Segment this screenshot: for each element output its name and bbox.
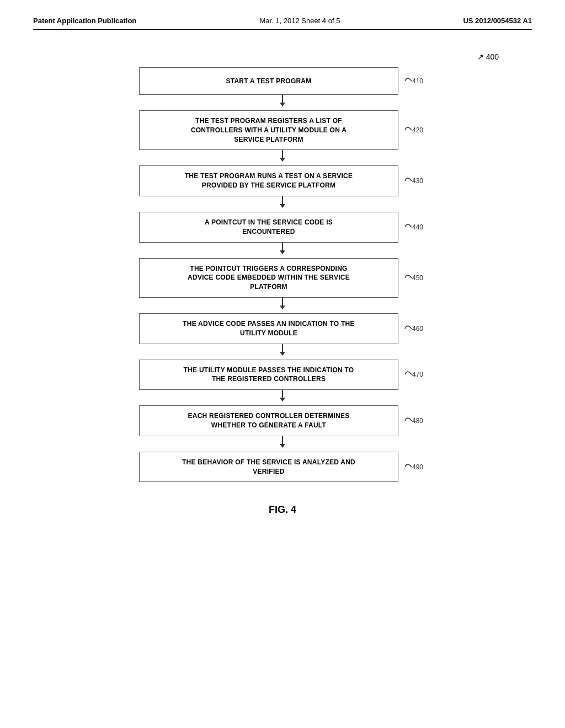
step-swoosh-460: 460 (403, 322, 426, 335)
connector-arrow (280, 204, 285, 208)
connector-arrow (280, 158, 285, 162)
svg-text:470: 470 (412, 371, 423, 378)
figure-label: FIG. 4 (33, 504, 532, 516)
connector-3 (139, 243, 426, 258)
svg-text:490: 490 (412, 463, 423, 471)
flow-box-450: THE POINTCUT TRIGGERS A CORRESPONDING AD… (139, 258, 398, 298)
step-number-470: 470 (403, 368, 426, 381)
flow-step-490: THE BEHAVIOR OF THE SERVICE IS ANALYZED … (139, 452, 426, 483)
flow-step-460: THE ADVICE CODE PASSES AN INDICATION TO … (139, 313, 426, 344)
connector-line (282, 390, 283, 398)
connector-line (282, 95, 283, 103)
connector-line (282, 150, 283, 158)
step-number-480: 480 (403, 414, 426, 427)
svg-text:440: 440 (412, 223, 423, 231)
flow-box-470: THE UTILITY MODULE PASSES THE INDICATION… (139, 360, 398, 390)
flow-step-440: A POINTCUT IN THE SERVICE CODE IS ENCOUN… (139, 212, 426, 243)
connector-5 (139, 344, 426, 360)
connector-line (282, 436, 283, 444)
step-number-440: 440 (403, 221, 426, 234)
svg-text:410: 410 (412, 77, 423, 85)
connector-0 (139, 95, 426, 110)
svg-text:460: 460 (412, 325, 423, 333)
header-right: US 2012/0054532 A1 (463, 17, 532, 25)
step-swoosh-430: 430 (403, 174, 426, 188)
step-number-450: 450 (403, 271, 426, 285)
connector-arrow (280, 250, 285, 254)
step-number-490: 490 (403, 461, 426, 474)
svg-text:430: 430 (412, 177, 423, 185)
flow-box-430: THE TEST PROGRAM RUNS A TEST ON A SERVIC… (139, 165, 398, 196)
step-number-410: 410 (403, 74, 426, 88)
connector-line (282, 196, 283, 204)
connector-4 (139, 298, 426, 313)
connector-line (282, 243, 283, 250)
connector-arrow (280, 444, 285, 448)
step-number-420: 420 (403, 124, 426, 137)
flow-box-440: A POINTCUT IN THE SERVICE CODE IS ENCOUN… (139, 212, 398, 243)
flow-step-430: THE TEST PROGRAM RUNS A TEST ON A SERVIC… (139, 165, 426, 196)
svg-text:480: 480 (412, 417, 423, 425)
connector-1 (139, 150, 426, 165)
flow-step-450: THE POINTCUT TRIGGERS A CORRESPONDING AD… (139, 258, 426, 298)
step-number-460: 460 (403, 322, 426, 335)
svg-text:420: 420 (412, 126, 423, 134)
step-swoosh-470: 470 (403, 368, 426, 381)
header-center: Mar. 1, 2012 Sheet 4 of 5 (259, 17, 340, 25)
step-swoosh-490: 490 (403, 461, 426, 474)
step-swoosh-420: 420 (403, 124, 426, 137)
diagram-ref: ↗ 400 (477, 52, 499, 61)
svg-text:450: 450 (412, 274, 423, 282)
step-number-430: 430 (403, 174, 426, 188)
connector-line (282, 344, 283, 352)
flow-box-480: EACH REGISTERED CONTROLLER DETERMINES WH… (139, 405, 398, 436)
flow-step-420: THE TEST PROGRAM REGISTERS A LIST OF CON… (139, 110, 426, 150)
step-swoosh-480: 480 (403, 414, 426, 427)
flow-step-410: START A TEST PROGRAM 410 (139, 67, 426, 95)
step-swoosh-450: 450 (403, 271, 426, 285)
flow-box-460: THE ADVICE CODE PASSES AN INDICATION TO … (139, 313, 398, 344)
page-header: Patent Application Publication Mar. 1, 2… (33, 17, 532, 30)
flow-wrapper: START A TEST PROGRAM 410 THE TEST PROGRA… (139, 67, 426, 482)
step-swoosh-440: 440 (403, 221, 426, 234)
connector-arrow (280, 306, 285, 309)
flow-box-410: START A TEST PROGRAM (139, 67, 398, 95)
diagram: ↗ 400 START A TEST PROGRAM 410 THE TEST … (33, 52, 532, 482)
connector-7 (139, 436, 426, 452)
flow-step-480: EACH REGISTERED CONTROLLER DETERMINES WH… (139, 405, 426, 436)
page: Patent Application Publication Mar. 1, 2… (0, 0, 565, 728)
flow-box-420: THE TEST PROGRAM REGISTERS A LIST OF CON… (139, 110, 398, 150)
connector-6 (139, 390, 426, 405)
connector-2 (139, 196, 426, 212)
step-swoosh-410: 410 (403, 74, 426, 88)
flow-step-470: THE UTILITY MODULE PASSES THE INDICATION… (139, 360, 426, 390)
connector-arrow (280, 398, 285, 402)
header-left: Patent Application Publication (33, 17, 136, 25)
flow-box-490: THE BEHAVIOR OF THE SERVICE IS ANALYZED … (139, 452, 398, 483)
connector-line (282, 298, 283, 306)
connector-arrow (280, 352, 285, 356)
connector-arrow (280, 103, 285, 106)
